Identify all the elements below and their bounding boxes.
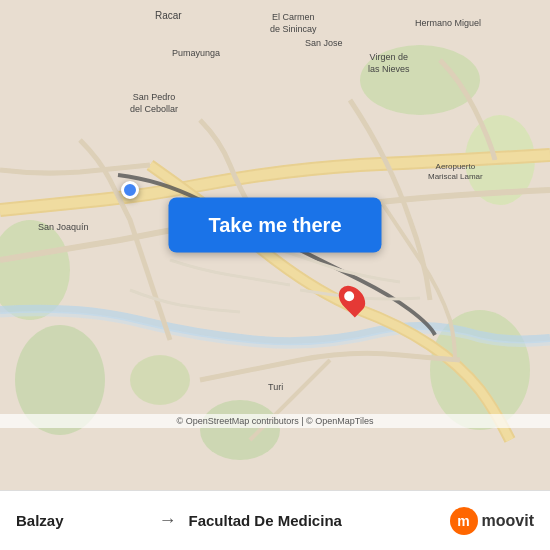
destination-marker bbox=[341, 284, 363, 314]
svg-point-5 bbox=[200, 400, 280, 460]
svg-point-6 bbox=[130, 355, 190, 405]
moovit-logo: m moovit bbox=[450, 507, 534, 535]
take-me-there-button[interactable]: Take me there bbox=[168, 198, 381, 253]
route-arrow-icon: → bbox=[159, 510, 177, 531]
route-footer: Balzay → Facultad De Medicina m moovit bbox=[0, 490, 550, 550]
moovit-icon: m bbox=[450, 507, 478, 535]
origin-label: Balzay bbox=[16, 512, 147, 529]
map-view: Racar El Carmende Sinincay San Jose Herm… bbox=[0, 0, 550, 490]
destination-label: Facultad De Medicina bbox=[189, 512, 450, 529]
svg-point-1 bbox=[360, 45, 480, 115]
moovit-brand-text: moovit bbox=[482, 512, 534, 530]
map-attribution: © OpenStreetMap contributors | © OpenMap… bbox=[0, 414, 550, 428]
